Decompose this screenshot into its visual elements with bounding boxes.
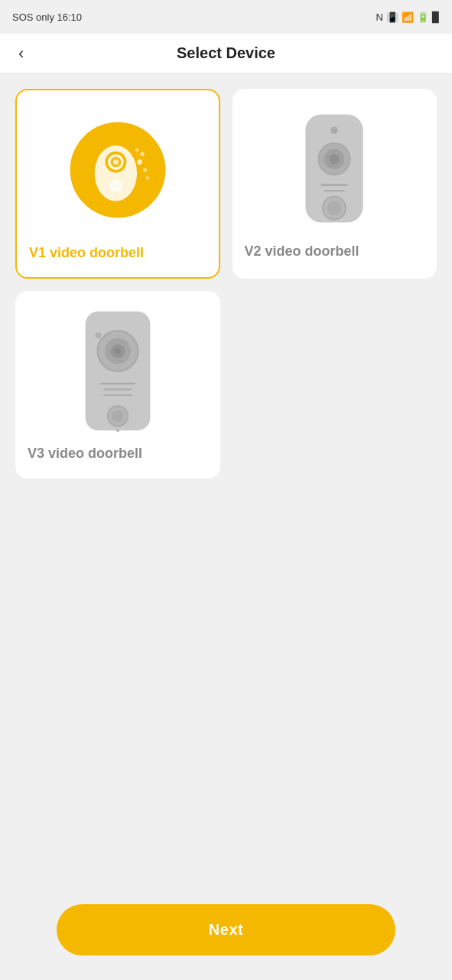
page-title: Select Device bbox=[177, 44, 275, 62]
v1-device-image bbox=[68, 109, 167, 231]
back-button[interactable]: ‹ bbox=[12, 41, 30, 67]
svg-point-12 bbox=[331, 126, 338, 133]
device-card-v2[interactable]: V2 video doorbell bbox=[233, 89, 437, 279]
next-button[interactable]: Next bbox=[57, 904, 395, 956]
device-grid: V1 video doorbell bbox=[15, 89, 437, 479]
header: ‹ Select Device bbox=[0, 34, 452, 74]
svg-point-6 bbox=[137, 159, 142, 165]
battery-icon: ▉ bbox=[432, 11, 440, 23]
v1-icon bbox=[68, 109, 167, 231]
svg-point-15 bbox=[330, 154, 340, 164]
svg-point-7 bbox=[143, 168, 147, 172]
svg-point-25 bbox=[96, 332, 102, 338]
v3-icon bbox=[76, 308, 160, 434]
svg-point-24 bbox=[115, 348, 121, 354]
svg-point-10 bbox=[135, 149, 138, 152]
svg-point-9 bbox=[146, 176, 149, 179]
status-left-text: SOS only 16:10 bbox=[12, 11, 82, 23]
bottom-bar: Next bbox=[0, 889, 452, 980]
v2-icon bbox=[292, 107, 376, 230]
nfc-icon: N bbox=[376, 11, 383, 23]
v3-device-label: V3 video doorbell bbox=[28, 444, 208, 462]
battery-low-icon: 🔋 bbox=[417, 11, 429, 23]
svg-point-8 bbox=[140, 152, 144, 156]
svg-point-31 bbox=[116, 429, 119, 432]
v3-device-image bbox=[68, 309, 167, 432]
svg-point-19 bbox=[327, 201, 342, 215]
status-icons: N 📳 📶 🔋 ▉ bbox=[376, 11, 440, 23]
v2-device-label: V2 video doorbell bbox=[245, 242, 425, 260]
v2-device-image bbox=[285, 107, 384, 230]
status-bar: SOS only 16:10 N 📳 📶 🔋 ▉ bbox=[0, 0, 452, 34]
svg-point-4 bbox=[113, 159, 119, 165]
device-card-v1[interactable]: V1 video doorbell bbox=[15, 89, 220, 279]
v1-device-label: V1 video doorbell bbox=[29, 243, 206, 262]
vibrate-icon: 📳 bbox=[386, 11, 398, 23]
device-card-v3[interactable]: V3 video doorbell bbox=[15, 291, 220, 478]
device-selection-content: V1 video doorbell bbox=[0, 74, 452, 980]
svg-point-30 bbox=[112, 410, 123, 422]
svg-point-5 bbox=[110, 181, 121, 191]
wifi-icon: 📶 bbox=[402, 11, 414, 23]
